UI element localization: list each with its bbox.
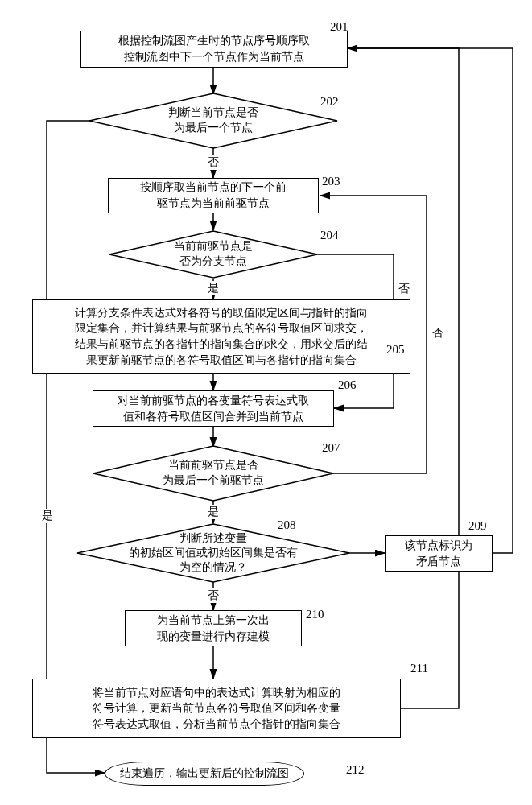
node-207: 当前前驱节点是否为最后一个前驱节点 (93, 445, 334, 502)
label-201: 201 (330, 20, 348, 34)
node-209-text: 该节点标识为矛盾节点 (405, 538, 472, 569)
edge-207-208-yes: 是 (206, 505, 221, 519)
node-206-text: 对当前前驱节点的各变量符号表达式取值和各符号取值区间合并到当前节点 (118, 393, 309, 424)
node-209: 该节点标识为矛盾节点 (385, 535, 493, 572)
label-203: 203 (322, 175, 340, 188)
node-205-text: 计算分支条件表达式对各符号的取值限定区间与指针的指向限定集合，并计算结果与前驱节… (75, 305, 368, 368)
edge-207-203-no: 否 (431, 326, 445, 341)
node-208: 判断所述变量的初始区间值或初始区间集是否有为空的情况？ (76, 523, 350, 583)
label-204: 204 (320, 229, 339, 242)
node-208-text: 判断所述变量的初始区间值或初始区间集是否有为空的情况？ (122, 531, 304, 576)
label-212: 212 (346, 763, 365, 777)
node-212: 结束遍历，输出更新后的控制流图 (105, 762, 304, 786)
node-207-text: 当前前驱节点是否为最后一个前驱节点 (156, 458, 270, 489)
flowchart-canvas: 根据控制流图产生时的节点序号顺序取控制流图中下一个节点作为当前节点 201 判断… (0, 0, 532, 805)
node-203: 按顺序取当前节点的下一个前驱节点为当前前驱节点 (108, 178, 319, 213)
edge-202-203-no: 否 (206, 155, 221, 170)
node-205: 计算分支条件表达式对各符号的取值限定区间与指针的指向限定集合，并计算结果与前驱节… (32, 299, 410, 374)
label-211: 211 (410, 662, 428, 675)
label-206: 206 (338, 378, 357, 392)
node-211: 将当前节点对应语句中的表达式计算映射为相应的符号计算，更新当前节点各符号取值区间… (32, 679, 401, 738)
node-210-text: 为当前节点上第一次出现的变量进行内存建模 (157, 613, 270, 644)
label-210: 210 (306, 608, 324, 621)
node-206: 对当前前驱节点的各变量符号表达式取值和各符号取值区间合并到当前节点 (93, 390, 334, 427)
node-203-text: 按顺序取当前节点的下一个前驱节点为当前前驱节点 (140, 180, 287, 211)
node-202-text: 判断当前节点是否为最后一个节点 (162, 105, 265, 136)
node-201: 根据控制流图产生时的节点序号顺序取控制流图中下一个节点作为当前节点 (80, 31, 348, 68)
label-209: 209 (468, 519, 487, 533)
node-211-text: 将当前节点对应语句中的表达式计算映射为相应的符号计算，更新当前节点各符号取值区间… (93, 685, 340, 733)
edge-204-206-no: 否 (397, 282, 411, 296)
node-202: 判断当前节点是否为最后一个节点 (89, 93, 338, 149)
node-204: 当前前驱节点是否为分支节点 (109, 230, 318, 279)
edge-204-205-yes: 是 (206, 281, 221, 295)
node-201-text: 根据控制流图产生时的节点序号顺序取控制流图中下一个节点作为当前节点 (118, 33, 310, 64)
node-210: 为当前节点上第一次出现的变量进行内存建模 (125, 610, 302, 646)
edge-208-210-no: 否 (206, 588, 221, 603)
node-204-text: 当前前驱节点是否为分支节点 (167, 239, 259, 270)
edge-202-212-yes: 是 (40, 509, 55, 523)
label-205: 205 (386, 343, 405, 357)
node-212-text: 结束遍历，输出更新后的控制流图 (120, 766, 289, 781)
